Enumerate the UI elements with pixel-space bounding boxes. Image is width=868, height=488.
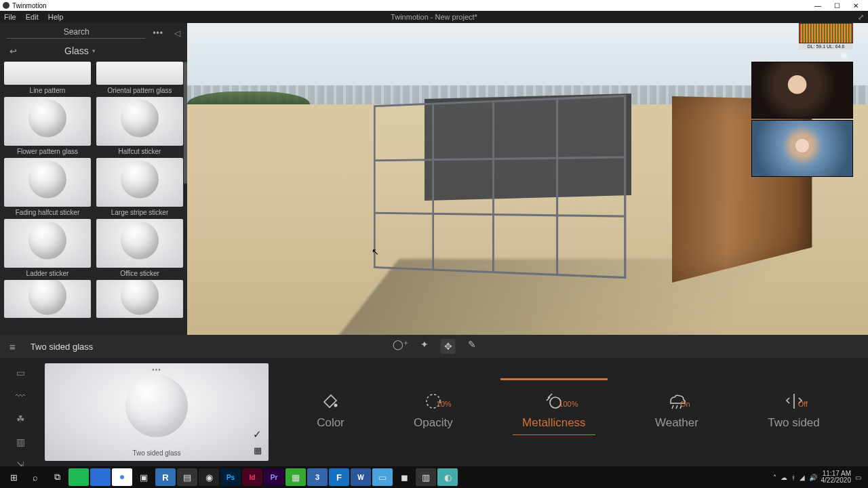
tray-bluetooth-icon[interactable]: ᚼ <box>791 474 795 481</box>
tool-eyedropper-icon[interactable]: ✎ <box>468 339 476 354</box>
taskbar-app-camtasia[interactable]: ▦ <box>285 468 306 486</box>
task-view-icon[interactable]: ⧉ <box>47 468 67 486</box>
menu-bar: File Edit Help Twinmotion - New project*… <box>0 11 868 23</box>
close-button[interactable]: ✕ <box>846 2 865 9</box>
attr-color[interactable]: Color <box>317 390 344 430</box>
material-thumb-grid: Line pattern Oriental pattern glass Flow… <box>3 62 184 318</box>
material-thumb[interactable] <box>3 280 92 318</box>
taskbar-app-photoshop[interactable]: Ps <box>220 468 241 486</box>
library-sidebar: Search ••• ◁ ↩ Glass ▾ Line pattern Orie… <box>0 23 187 335</box>
tool-move-icon[interactable]: ✥ <box>441 339 456 354</box>
material-thumb[interactable]: Halfcut sticker <box>95 97 184 155</box>
taskbar-app-generic3[interactable]: ▥ <box>416 468 436 486</box>
taskbar-app-terminal[interactable]: ▣ <box>134 468 154 486</box>
category-label: Glass <box>64 45 89 56</box>
tab-media-icon[interactable]: ▥ <box>16 436 25 447</box>
properties-panel: ▭ 〰 ☘ ▥ ⇲ ••• Two sided glass ✓ ▦ Color … <box>0 358 868 466</box>
material-thumb[interactable] <box>95 280 184 318</box>
category-dropdown[interactable]: Glass ▾ <box>64 45 96 56</box>
tray-volume-icon[interactable]: 🔊 <box>809 474 817 481</box>
preview-grid-icon[interactable]: ▦ <box>254 445 262 455</box>
os-titlebar: Twinmotion — ☐ ✕ <box>0 0 868 11</box>
taskbar-app-3dsmax[interactable]: 3 <box>307 468 328 486</box>
material-thumb[interactable]: Fading halfcut sticker <box>3 158 92 216</box>
taskbar-app-generic1[interactable]: ▤ <box>177 468 197 486</box>
menu-file[interactable]: File <box>4 13 16 21</box>
tab-cube-icon[interactable]: ▭ <box>16 367 25 378</box>
preview-label: Two sided glass <box>132 449 180 457</box>
metallicness-value: 100% <box>559 400 578 408</box>
visibility-icon[interactable]: ◉ <box>840 50 848 60</box>
taskbar-app-fusion[interactable]: F <box>329 468 349 486</box>
viewport-toolbar: ◯⁺ ✦ ✥ ✎ <box>393 339 476 354</box>
maximize-button[interactable]: ☐ <box>827 2 846 9</box>
tab-terrain-icon[interactable]: 〰 <box>16 390 25 401</box>
performance-readout: DL: 59.1 UL: 64.6 <box>799 43 853 49</box>
taskbar-app-generic2[interactable]: ◼ <box>394 468 414 486</box>
chevron-down-icon: ▾ <box>92 47 96 54</box>
opacity-value: 10% <box>437 400 452 408</box>
document-title: Twinmotion - New project* <box>391 13 477 21</box>
taskbar-app-obs[interactable]: ◉ <box>199 468 219 486</box>
system-tray[interactable]: ˄ ☁ ᚼ ◢ 🔊 11:17 AM 4/22/2020 ▭ <box>773 470 866 485</box>
webcam-feed-1 <box>751 62 853 119</box>
two-sided-value: Off <box>798 400 808 408</box>
taskbar-app-zoom[interactable]: ▭ <box>372 468 393 486</box>
breadcrumb-back-icon[interactable]: ↩ <box>9 46 17 56</box>
selected-material-name: Two sided glass <box>31 342 94 352</box>
material-thumb[interactable]: Oriental pattern glass <box>95 62 184 94</box>
apply-check-icon[interactable]: ✓ <box>253 428 262 441</box>
material-thumb[interactable]: Flower pattern glass <box>3 97 92 155</box>
search-input[interactable]: Search <box>7 27 146 39</box>
taskbar-search-icon[interactable]: ⌕ <box>25 468 45 486</box>
expand-icon[interactable]: ⤢ <box>858 13 864 22</box>
preview-handle-icon[interactable]: ••• <box>152 366 161 373</box>
menu-edit[interactable]: Edit <box>26 13 39 21</box>
paint-bucket-icon <box>319 390 341 412</box>
material-thumb[interactable]: Ladder sticker <box>3 219 92 277</box>
dock-menu-icon[interactable]: ≡ <box>9 341 16 352</box>
cursor-icon: ↖ <box>372 247 379 257</box>
windows-taskbar: ⊞ ⌕ ⧉ ▣ R ▤ ◉ Ps Id Pr ▦ 3 F W ▭ ◼ ▥ ◐ ˄… <box>0 466 868 488</box>
taskbar-app-generic4[interactable]: ◐ <box>437 468 458 486</box>
performance-overlay: DL: 59.1 UL: 64.6 <box>799 23 853 49</box>
svg-line-6 <box>676 405 677 409</box>
tab-leaf-icon[interactable]: ☘ <box>16 413 25 424</box>
dock-bar: ≡ Two sided glass ◯⁺ ✦ ✥ ✎ <box>0 335 868 358</box>
svg-point-10 <box>120 475 124 479</box>
start-button[interactable]: ⊞ <box>3 468 24 486</box>
material-thumb[interactable]: Large stripe sticker <box>95 158 184 216</box>
attr-opacity[interactable]: 10% Opacity <box>414 390 453 430</box>
tray-cloud-icon[interactable]: ☁ <box>781 474 787 481</box>
more-options-icon[interactable]: ••• <box>153 28 163 38</box>
menu-help[interactable]: Help <box>48 13 64 21</box>
taskbar-app-premiere[interactable]: Pr <box>264 468 284 486</box>
taskbar-app-spotify[interactable] <box>68 468 89 486</box>
scene-object-box[interactable] <box>360 96 740 306</box>
attr-two-sided[interactable]: Off Two sided <box>768 390 820 430</box>
taskbar-app-word[interactable]: W <box>351 468 371 486</box>
taskbar-app-explorer[interactable] <box>90 468 111 486</box>
tray-clock[interactable]: 11:17 AM 4/22/2020 <box>821 470 852 485</box>
3d-viewport[interactable]: ↖ DL: 59.1 UL: 64.6 ◉ <box>187 23 868 335</box>
weather-value: On <box>680 400 690 408</box>
material-thumb[interactable]: Line pattern <box>3 62 92 94</box>
taskbar-app-indesign[interactable]: Id <box>242 468 262 486</box>
attr-metallicness[interactable]: 100% Metallicness <box>522 390 586 430</box>
tool-brush-icon[interactable]: ✦ <box>420 339 429 354</box>
tray-wifi-icon[interactable]: ◢ <box>800 474 805 481</box>
collapse-sidebar-icon[interactable]: ◁ <box>174 28 180 38</box>
taskbar-app-chrome[interactable] <box>112 468 132 486</box>
minimize-button[interactable]: — <box>808 2 827 9</box>
tray-chevron-icon[interactable]: ˄ <box>773 474 776 481</box>
material-preview[interactable]: ••• Two sided glass ✓ ▦ <box>45 363 269 461</box>
taskbar-app-revit[interactable]: R <box>155 468 176 486</box>
app-name: Twinmotion <box>12 2 47 9</box>
app-icon <box>3 2 9 9</box>
svg-point-0 <box>334 404 338 407</box>
tray-notifications-icon[interactable]: ▭ <box>855 474 861 481</box>
webcam-feed-2 <box>751 120 853 177</box>
material-thumb[interactable]: Office sticker <box>95 219 184 277</box>
attr-weather[interactable]: On Weather <box>655 390 698 430</box>
tool-select-icon[interactable]: ◯⁺ <box>393 339 408 354</box>
